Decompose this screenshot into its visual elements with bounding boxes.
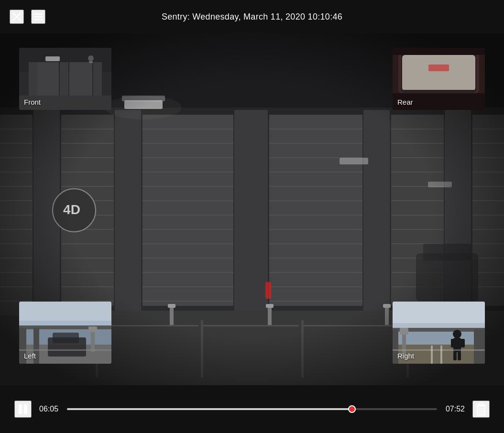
svg-rect-162 <box>453 352 457 360</box>
svg-rect-169 <box>19 404 22 414</box>
svg-rect-133 <box>402 55 475 91</box>
close-button[interactable] <box>10 10 24 24</box>
svg-rect-149 <box>88 326 97 332</box>
svg-rect-166 <box>393 349 485 351</box>
svg-rect-143 <box>19 325 111 329</box>
svg-rect-153 <box>393 302 485 323</box>
controls-bar: 06:05 07:52 <box>0 385 504 433</box>
progress-fill <box>67 408 352 410</box>
svg-rect-160 <box>451 339 456 347</box>
thumbnail-rear-label: Rear <box>397 98 413 106</box>
svg-rect-157 <box>474 329 485 364</box>
svg-rect-147 <box>53 333 79 343</box>
thumbnail-right-label: Right <box>397 352 414 360</box>
progress-thumb <box>348 405 356 413</box>
svg-rect-163 <box>458 352 461 360</box>
header-title: Sentry: Wednesday, March 11, 2020 10:10:… <box>162 12 342 22</box>
svg-rect-167 <box>431 346 433 364</box>
delete-button[interactable] <box>472 401 490 418</box>
svg-rect-127 <box>69 62 92 100</box>
time-current: 06:05 <box>39 405 59 413</box>
trash-icon <box>475 402 487 416</box>
progress-bar[interactable] <box>67 408 437 410</box>
svg-point-129 <box>88 55 94 61</box>
thumbnail-left-label: Left <box>24 352 36 360</box>
svg-rect-150 <box>19 349 111 351</box>
svg-rect-170 <box>24 404 27 414</box>
svg-point-158 <box>453 330 461 338</box>
svg-rect-135 <box>428 65 449 71</box>
svg-rect-165 <box>400 328 408 335</box>
play-pause-button[interactable] <box>14 401 32 418</box>
thumbnail-right[interactable]: Right <box>393 302 485 364</box>
svg-rect-130 <box>89 61 93 63</box>
svg-rect-126 <box>37 62 59 100</box>
svg-rect-161 <box>460 339 465 347</box>
thumbnail-rear[interactable]: Rear <box>393 48 485 110</box>
header-bar: Sentry: Wednesday, March 11, 2020 10:10:… <box>0 0 504 33</box>
menu-icon <box>33 11 44 22</box>
svg-rect-136 <box>402 90 475 93</box>
svg-rect-138 <box>393 48 485 55</box>
close-icon <box>11 11 22 22</box>
menu-button[interactable] <box>31 10 45 24</box>
thumbnail-front-label: Front <box>24 98 41 106</box>
svg-rect-172 <box>479 403 483 405</box>
thumbnail-left[interactable]: Left <box>19 302 111 364</box>
svg-rect-128 <box>45 56 60 61</box>
time-total: 07:52 <box>445 405 465 413</box>
svg-rect-141 <box>19 302 111 321</box>
svg-rect-168 <box>440 346 442 364</box>
pause-icon <box>17 403 29 415</box>
thumbnail-front[interactable]: Front <box>19 48 111 110</box>
video-area: 4D <box>0 33 504 385</box>
